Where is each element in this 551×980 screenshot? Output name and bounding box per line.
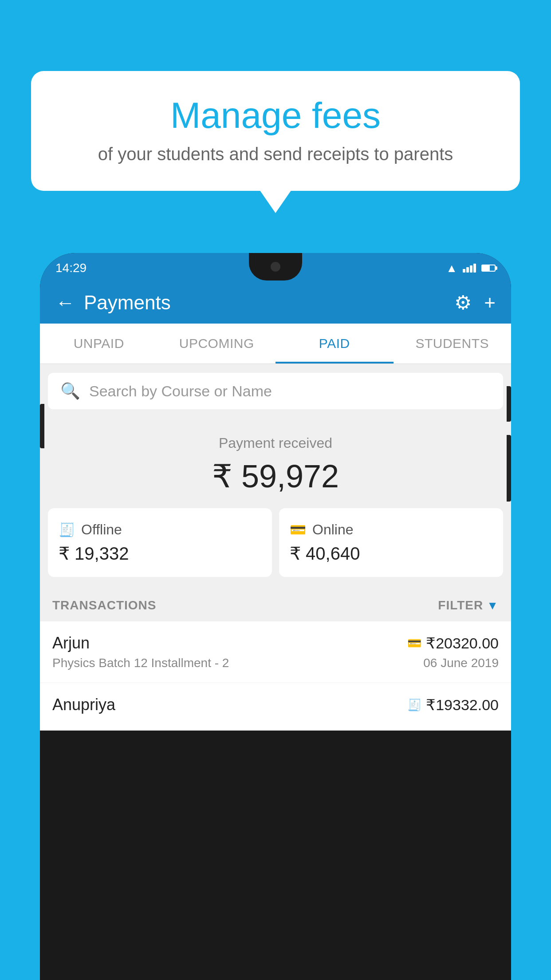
side-button-volume [40, 404, 44, 448]
table-row: Arjun 💳 ₹20320.00 Physics Batch 12 Insta… [40, 621, 511, 683]
search-bar[interactable]: 🔍 Search by Course or Name [48, 373, 503, 409]
transactions-label: TRANSACTIONS [52, 598, 156, 612]
phone-frame: 14:29 ▲ ← Payments [40, 253, 511, 980]
payment-received-label: Payment received [49, 435, 502, 451]
online-amount: ₹ 40,640 [290, 543, 492, 564]
front-camera [271, 262, 280, 272]
filter-button[interactable]: FILTER ▼ [438, 598, 499, 612]
search-input[interactable]: Search by Course or Name [89, 383, 272, 400]
offline-icon: 🧾 [59, 522, 75, 537]
page-title: Payments [84, 292, 171, 314]
online-pay-icon: 💳 [407, 636, 421, 650]
side-button-power [507, 386, 511, 422]
offline-payment-card: 🧾 Offline ₹ 19,332 [48, 508, 272, 577]
offline-amount: ₹ 19,332 [59, 543, 261, 564]
transaction-name: Anupriya [52, 695, 115, 714]
offline-label: Offline [81, 522, 122, 538]
speech-bubble: Manage fees of your students and send re… [31, 71, 520, 191]
transactions-header: TRANSACTIONS FILTER ▼ [40, 589, 511, 621]
bubble-subtitle: of your students and send receipts to pa… [58, 144, 493, 164]
table-row: Anupriya 🧾 ₹19332.00 [40, 683, 511, 731]
phone-notch [249, 253, 302, 281]
wifi-icon: ▲ [446, 261, 457, 275]
tab-bar: UNPAID UPCOMING PAID STUDENTS [40, 324, 511, 364]
status-icons: ▲ [446, 261, 496, 275]
payment-cards: 🧾 Offline ₹ 19,332 💳 Online ₹ 40,640 [40, 508, 511, 589]
status-time: 14:29 [55, 261, 87, 275]
filter-icon: ▼ [487, 599, 499, 612]
add-button[interactable]: + [484, 292, 496, 314]
signal-icon [463, 264, 476, 273]
bubble-title: Manage fees [58, 95, 493, 135]
online-icon: 💳 [290, 522, 306, 537]
transaction-date: 06 June 2019 [423, 656, 499, 670]
transaction-course: Physics Batch 12 Installment - 2 [52, 656, 229, 670]
battery-icon [481, 265, 496, 272]
payment-total-amount: ₹ 59,972 [49, 458, 502, 495]
transaction-amount: 🧾 ₹19332.00 [407, 696, 499, 714]
transaction-name: Arjun [52, 634, 90, 652]
tab-students[interactable]: STUDENTS [394, 324, 512, 364]
tab-paid[interactable]: PAID [276, 324, 394, 364]
app-header: ← Payments ⚙ + [40, 281, 511, 324]
transaction-amount: 💳 ₹20320.00 [407, 634, 499, 652]
tab-upcoming[interactable]: UPCOMING [158, 324, 276, 364]
online-label: Online [312, 522, 354, 538]
payment-received-section: Payment received ₹ 59,972 [40, 418, 511, 508]
back-button[interactable]: ← [55, 292, 75, 314]
online-payment-card: 💳 Online ₹ 40,640 [279, 508, 503, 577]
tab-unpaid[interactable]: UNPAID [40, 324, 158, 364]
main-content: 🔍 Search by Course or Name Payment recei… [40, 364, 511, 731]
side-button-volume-right [507, 435, 511, 502]
search-icon: 🔍 [60, 382, 80, 400]
offline-pay-icon: 🧾 [407, 698, 421, 712]
settings-icon[interactable]: ⚙ [454, 291, 472, 314]
